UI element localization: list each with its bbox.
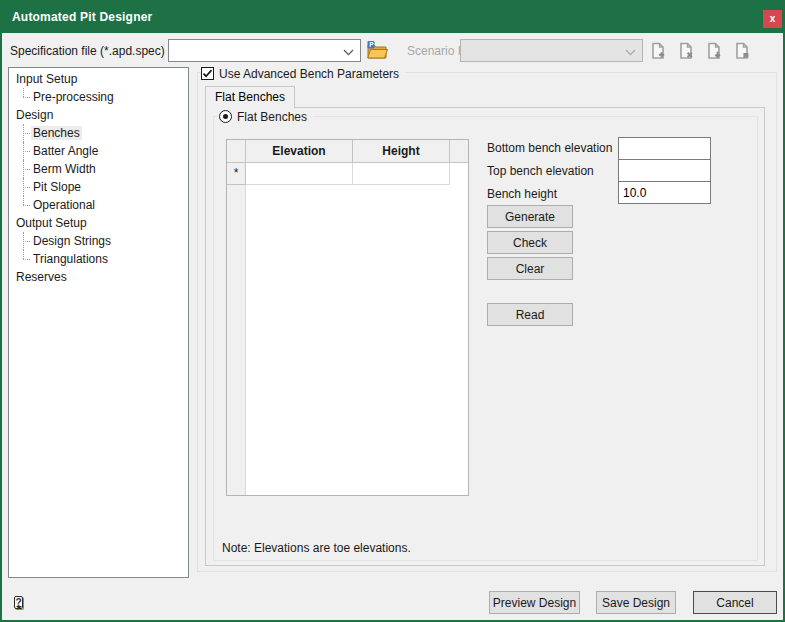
tree-item-batter-angle[interactable]: Batter Angle [9,142,188,160]
flat-benches-radio-label: Flat Benches [237,110,307,124]
bottom-bench-elevation-label: Bottom bench elevation [487,141,612,155]
top-bench-elevation-label: Top bench elevation [487,164,594,178]
table-empty-area [227,185,468,495]
note-text: Note: Elevations are toe elevations. [222,541,411,555]
tree-item-triangulations[interactable]: Triangulations [9,250,188,268]
chevron-down-icon [625,42,636,60]
window-title: Automated Pit Designer [0,10,152,24]
generate-button[interactable]: Generate [487,205,573,228]
bench-table: Elevation Height * [226,139,469,496]
tree-item-operational[interactable]: Operational [9,196,188,214]
new-row-marker[interactable]: * [227,163,246,185]
save-scenario-icon[interactable] [733,42,751,63]
bench-height-label: Bench height [487,187,557,201]
clear-button[interactable]: Clear [487,257,573,280]
column-header-height[interactable]: Height [353,140,450,163]
bench-height-input[interactable] [618,181,711,204]
cell-height[interactable] [353,163,450,185]
tree-item-design[interactable]: Design [9,106,188,124]
column-header-filler [450,140,468,163]
top-bench-elevation-input[interactable] [618,159,711,182]
read-button[interactable]: Read [487,303,573,326]
open-folder-icon[interactable]: P [366,40,389,63]
navigation-tree: Input Setup Pre-processing Design Benche… [8,67,189,578]
tree-list: Input Setup Pre-processing Design Benche… [9,68,188,286]
table-corner-cell [227,140,246,163]
cell-elevation[interactable] [246,163,353,185]
delete-scenario-icon[interactable] [677,42,695,63]
use-advanced-bench-parameters-checkbox[interactable] [201,67,214,80]
svg-text:P: P [369,41,374,48]
cancel-button[interactable]: Cancel [693,591,777,614]
tab-flat-benches[interactable]: Flat Benches [205,86,295,108]
radio-dot-icon [223,114,228,119]
automated-pit-designer-dialog: Automated Pit Designer x Specification f… [0,0,785,622]
help-icon[interactable]: ? [10,592,27,611]
titlebar: Automated Pit Designer [0,0,785,33]
tree-item-design-strings[interactable]: Design Strings [9,232,188,250]
use-advanced-bench-parameters-label: Use Advanced Bench Parameters [219,67,399,81]
checkmark-icon [202,68,213,79]
tree-item-output-setup[interactable]: Output Setup [9,214,188,232]
tree-item-pre-processing[interactable]: Pre-processing [9,88,188,106]
column-header-elevation[interactable]: Elevation [246,140,353,163]
spec-file-combobox[interactable] [168,39,361,62]
row-header-strip [227,185,246,495]
advanced-parameters-checkbox-row[interactable]: Use Advanced Bench Parameters [201,66,405,81]
new-scenario-icon[interactable] [649,42,667,63]
help-bubble: ? [14,596,22,609]
import-scenario-icon[interactable] [705,42,723,63]
scenario-id-combobox[interactable] [460,39,643,62]
bottom-bench-elevation-input[interactable] [618,137,711,160]
tree-item-benches[interactable]: Benches [9,124,188,142]
bench-table-header-row: Elevation Height [227,140,468,163]
save-design-button[interactable]: Save Design [596,591,676,614]
tree-item-input-setup[interactable]: Input Setup [9,70,188,88]
table-new-row: * [227,163,468,185]
flat-benches-radio-row[interactable]: Flat Benches [219,109,313,124]
tree-item-pit-slope[interactable]: Pit Slope [9,178,188,196]
spec-file-label: Specification file (*.apd.spec) [10,44,165,58]
cell-filler [450,163,468,185]
tree-item-reserves[interactable]: Reserves [9,268,188,286]
tree-item-berm-width[interactable]: Berm Width [9,160,188,178]
chevron-down-icon [343,42,354,60]
check-button[interactable]: Check [487,231,573,254]
preview-design-button[interactable]: Preview Design [489,591,580,614]
close-icon[interactable]: x [763,10,782,28]
flat-benches-radio[interactable] [219,110,232,123]
